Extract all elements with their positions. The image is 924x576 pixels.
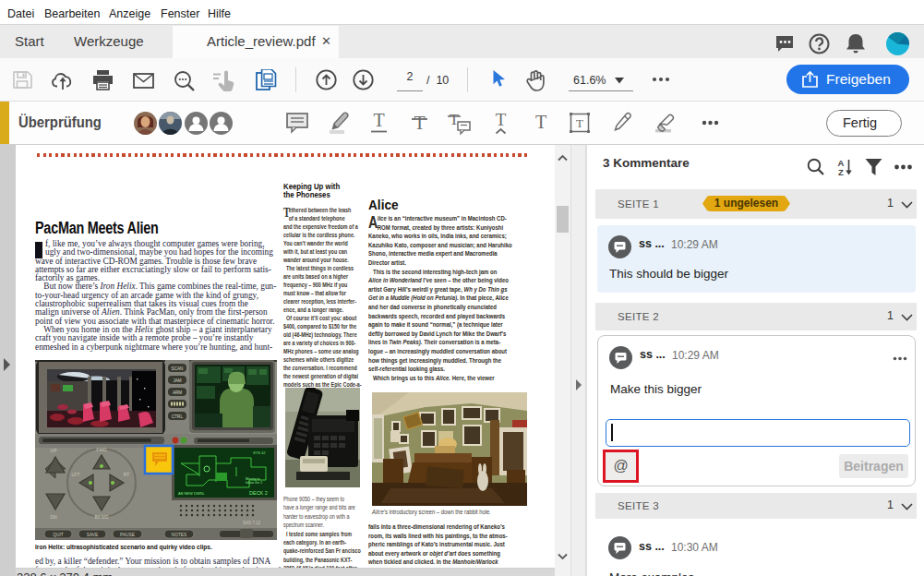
svg-text:T: T <box>535 113 546 132</box>
svg-text:BKWD: BKWD <box>95 514 109 520</box>
svg-text:Z: Z <box>838 167 844 176</box>
svg-text:PAUSE: PAUSE <box>120 533 135 537</box>
svg-text:NOTES: NOTES <box>172 533 187 537</box>
svg-text:FWD: FWD <box>96 447 107 452</box>
svg-text:DECK 2: DECK 2 <box>249 490 268 496</box>
svg-text:JAM: JAM <box>173 378 181 383</box>
svg-text:SYS 42: SYS 42 <box>253 450 266 455</box>
svg-text:UP: UP <box>51 448 58 453</box>
svg-text:T: T <box>576 116 583 130</box>
svg-text:SAVE: SAVE <box>87 533 98 537</box>
svg-text:SCAN: SCAN <box>172 366 184 371</box>
svg-text:T: T <box>373 111 384 130</box>
svg-text:follow the 2: follow the 2 <box>246 481 262 485</box>
svg-text:SAS 7.12: SAS 7.12 <box>243 521 261 525</box>
svg-text:T: T <box>414 113 425 133</box>
svg-text:LFT: LFT <box>72 472 80 477</box>
svg-text:QUIT: QUIT <box>53 533 64 537</box>
svg-text:DN: DN <box>50 514 57 520</box>
svg-text:RT: RT <box>124 472 130 477</box>
svg-text:AB NEW DWNL: AB NEW DWNL <box>178 491 205 496</box>
svg-text:CTRL: CTRL <box>172 414 183 419</box>
svg-text:ARM: ARM <box>173 390 182 395</box>
svg-text:T: T <box>496 111 507 129</box>
